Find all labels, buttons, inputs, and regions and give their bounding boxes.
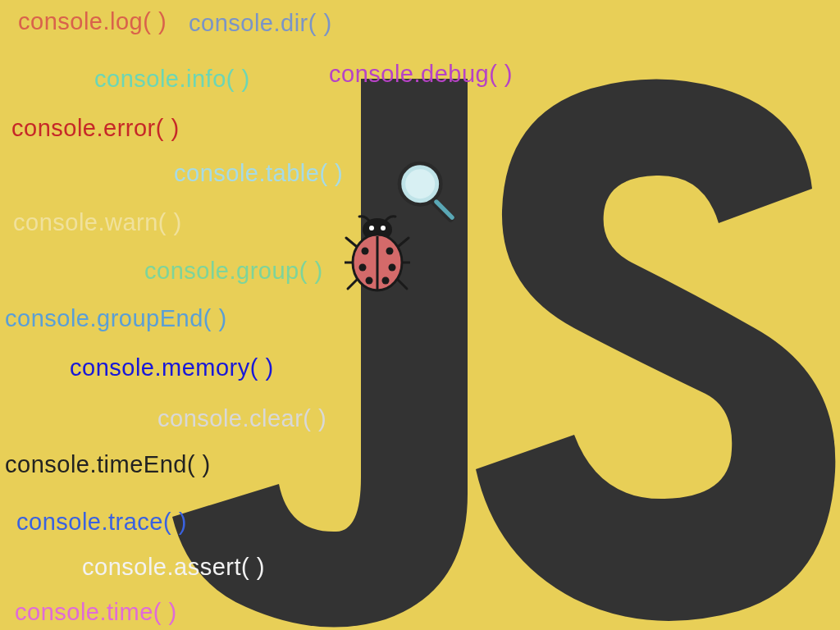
label-console-log: console.log( ) [18, 8, 167, 35]
label-console-time: console.time( ) [15, 599, 177, 626]
label-console-table: console.table( ) [174, 160, 343, 187]
label-console-debug: console.debug( ) [329, 61, 513, 88]
label-console-dir: console.dir( ) [189, 10, 332, 37]
magnifying-glass-icon [392, 156, 466, 230]
svg-line-9 [397, 279, 407, 289]
svg-line-6 [348, 279, 358, 289]
label-console-trace: console.trace( ) [16, 509, 187, 536]
svg-point-17 [359, 264, 367, 272]
svg-point-0 [399, 163, 441, 204]
label-console-clear: console.clear( ) [158, 405, 326, 432]
label-console-error: console.error( ) [11, 115, 180, 142]
svg-line-4 [346, 238, 356, 246]
svg-point-11 [369, 226, 374, 231]
label-console-warn: console.warn( ) [13, 209, 182, 236]
svg-point-20 [382, 277, 390, 285]
svg-point-1 [405, 169, 435, 199]
label-console-timeend: console.timeEnd( ) [5, 451, 211, 478]
svg-point-19 [366, 277, 373, 285]
svg-rect-2 [430, 197, 456, 223]
svg-point-16 [386, 248, 394, 255]
svg-rect-3 [433, 199, 455, 221]
svg-line-7 [399, 238, 409, 246]
svg-point-12 [381, 226, 386, 231]
label-console-assert: console.assert( ) [82, 554, 265, 581]
label-console-memory: console.memory( ) [70, 354, 274, 381]
stage: console.log( ) console.dir( ) console.de… [0, 0, 840, 630]
svg-point-18 [389, 264, 396, 272]
svg-point-15 [362, 248, 369, 255]
svg-point-10 [363, 218, 392, 241]
svg-point-13 [353, 235, 402, 290]
ladybug-icon [345, 213, 410, 295]
label-console-groupend: console.groupEnd( ) [5, 305, 227, 332]
label-console-info: console.info( ) [94, 66, 250, 93]
label-console-group: console.group( ) [144, 258, 323, 285]
